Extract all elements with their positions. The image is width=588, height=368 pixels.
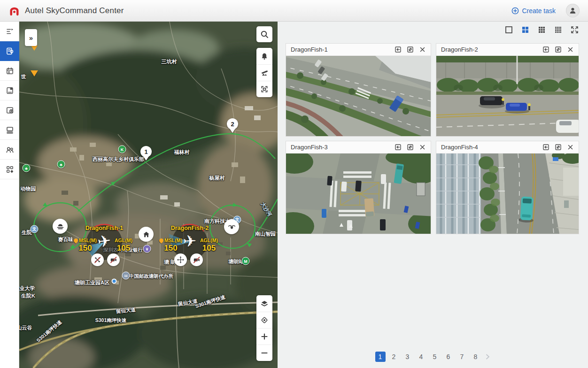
drone-dock-badge[interactable] (224, 219, 239, 234)
msl-value: 150 (159, 244, 182, 253)
grid-4x4-icon (554, 26, 562, 34)
drone-name-label: DragonFish-1 (85, 225, 124, 231)
sidebar-item-task-overview[interactable] (0, 22, 19, 41)
video-off-icon (109, 256, 117, 264)
msl-telemetry: MSL(M) 150 (74, 238, 97, 253)
page-button-2[interactable]: 2 (389, 352, 399, 362)
locate-icon (260, 316, 269, 324)
layout-toolbar (278, 22, 588, 38)
video-grid: DragonFish-1 (286, 43, 579, 234)
fullscreen-button[interactable] (571, 26, 579, 34)
page-list: 12345678 (375, 352, 481, 362)
autel-logo (8, 5, 20, 16)
close-video-button[interactable] (419, 144, 426, 151)
waypoint-marker-1[interactable]: 1 (140, 146, 152, 161)
page-button-4[interactable]: 4 (416, 352, 426, 362)
chevron-right-icon (484, 353, 491, 360)
plus-circle-icon (511, 7, 519, 15)
page-button-3[interactable]: 3 (402, 352, 413, 362)
sidebar-item-flight-map[interactable] (0, 41, 19, 61)
video-feed-dragonfish-1[interactable] (286, 56, 431, 136)
map-marker-bank: ¥ (143, 245, 151, 253)
agl-telemetry: AGL(M) 105 (200, 238, 218, 253)
video-off-icon (193, 256, 201, 264)
flight-log-icon (6, 86, 14, 95)
sidebar-item-mission-upload[interactable] (0, 100, 19, 120)
view-mode-4x4-button[interactable] (554, 26, 562, 34)
map-search-button[interactable] (256, 26, 272, 42)
map-marker-poi-dot (112, 279, 117, 284)
page-button-6[interactable]: 6 (443, 352, 454, 362)
camera-card-dragonfish-1: DragonFish-1 (286, 43, 431, 137)
expand-video-button[interactable] (555, 46, 562, 53)
page-button-1[interactable]: 1 (375, 352, 386, 362)
topbar-actions: Create task (511, 4, 580, 17)
create-task-button[interactable]: Create task (511, 7, 556, 15)
view-mode-2x2-button[interactable] (521, 26, 529, 34)
map-zoom-in-button[interactable] (256, 328, 272, 345)
waypoint-tail (143, 156, 149, 161)
return-to-land-button[interactable] (256, 64, 272, 81)
video-feed-dragonfish-4[interactable] (436, 153, 579, 234)
agl-value: 105 (115, 244, 132, 253)
expand-video-button[interactable] (407, 46, 414, 53)
dock-view-button[interactable] (542, 46, 549, 53)
fullscreen-icon (571, 26, 579, 34)
drone2-video-off-button[interactable] (190, 253, 203, 266)
dock-view-button[interactable] (395, 144, 402, 151)
task-overview-icon (6, 27, 14, 36)
view-mode-single-button[interactable] (505, 26, 513, 34)
waypoint-marker-2[interactable]: 2 (226, 118, 239, 133)
user-avatar[interactable] (566, 4, 580, 17)
map-notifications-button[interactable] (256, 48, 272, 64)
page-button-7[interactable]: 7 (457, 352, 467, 362)
close-video-button[interactable] (419, 46, 426, 53)
page-button-8[interactable]: 8 (471, 352, 481, 362)
sidebar-item-schedule[interactable] (0, 61, 19, 81)
video-feed-dragonfish-2[interactable] (436, 56, 579, 136)
sidebar-item-apps[interactable] (0, 160, 19, 179)
map-zoom-out-button[interactable] (256, 345, 272, 361)
map-zoom-group (256, 295, 272, 361)
msl-label: MSL(M) (79, 238, 97, 243)
orange-pointer-marker (31, 46, 38, 51)
close-video-button[interactable] (567, 144, 574, 151)
panel-expand-button[interactable]: » (25, 29, 37, 46)
map-view[interactable]: 三坑村西丽高尔夫乡村俱乐部福林村杨屋村赛百味南方科技大学大沙河南山智园塘朗站深圳… (19, 22, 278, 368)
dock-view-button[interactable] (542, 144, 549, 151)
map-marker-metro-station: M (242, 257, 250, 265)
sidebar-item-team[interactable] (0, 140, 19, 160)
app-grid-icon (6, 165, 14, 174)
sidebar-item-flight-log[interactable] (0, 81, 19, 100)
landing-pad-badge[interactable] (53, 219, 68, 234)
drone1-video-off-button[interactable] (107, 253, 120, 266)
satellite-map (19, 22, 278, 368)
camera-card-header: DragonFish-2 (436, 44, 579, 56)
drone1-motors-off-button[interactable] (91, 253, 104, 266)
drone2-pan-control-button[interactable] (174, 253, 187, 266)
waypoint-number: 2 (227, 118, 238, 130)
map-tools-group (256, 48, 272, 97)
home-point-badge[interactable] (139, 227, 154, 242)
pan-arrows-icon (177, 256, 185, 264)
waypoint-number: 1 (140, 146, 152, 157)
expand-video-button[interactable] (555, 144, 562, 151)
dock-view-button[interactable] (395, 46, 402, 53)
grid-3x3-icon (538, 26, 546, 34)
camera-title: DragonFish-2 (441, 46, 542, 53)
view-mode-3x3-button[interactable] (538, 26, 546, 34)
expand-video-button[interactable] (407, 144, 414, 151)
drone-icon (227, 222, 236, 231)
page-button-5[interactable]: 5 (430, 352, 440, 362)
plane-landing-icon (260, 69, 269, 77)
video-feed-dragonfish-3[interactable] (286, 153, 431, 234)
map-locate-button[interactable] (256, 312, 272, 328)
drone-name-label: DragonFish-2 (171, 225, 209, 231)
capture-focus-button[interactable] (256, 81, 272, 97)
map-layers-button[interactable] (256, 295, 272, 312)
sidebar-item-devices[interactable] (0, 120, 19, 140)
pagination: 12345678 (278, 352, 588, 362)
video-panel: DragonFish-1 (278, 22, 588, 368)
close-video-button[interactable] (567, 46, 574, 53)
next-page-button[interactable] (484, 353, 491, 360)
